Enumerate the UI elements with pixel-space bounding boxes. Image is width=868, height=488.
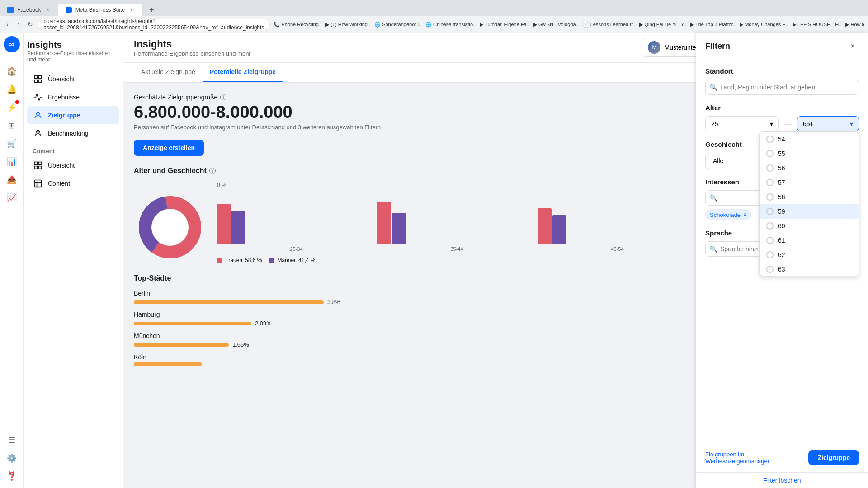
create-ad-button[interactable]: Anzeige erstellen <box>134 140 204 156</box>
table-icon-btn[interactable]: 📊 <box>4 154 20 170</box>
bookmark-working[interactable]: ▶ (1) How Working... <box>326 22 372 28</box>
svg-rect-3 <box>39 80 42 83</box>
bar-label-25-34: 25-34 <box>217 246 376 252</box>
sidebar-bottom-icons: ⊟ <box>4 465 20 481</box>
dropdown-item-55[interactable]: 55 <box>760 146 859 161</box>
new-tab-button[interactable]: + <box>142 4 161 16</box>
nav-content-ubersicht[interactable]: Übersicht <box>27 156 119 174</box>
nav-benchmarking[interactable]: Benchmarking <box>27 124 119 142</box>
bookmark-gmsn[interactable]: ▶ GMSN - Vologda... <box>533 22 580 28</box>
header-left: Insights Performance-Ergebnisse einsehen… <box>134 38 251 57</box>
notification-icon-btn[interactable]: 🔔 <box>4 81 20 98</box>
dropdown-item-60[interactable]: 60 <box>760 219 859 233</box>
send-icon-btn[interactable]: 📤 <box>4 172 20 188</box>
dropdown-item-62[interactable]: 62 <box>760 248 859 262</box>
icon-sidebar: ∞ 🏠 🔔 ⚡ ⊞ 🛒 📊 📤 📈 ☰ ⚙️ ❓ <box>0 33 24 488</box>
city-pct-hamburg: 2.09% <box>255 320 272 327</box>
age-min-chevron: ▾ <box>770 120 773 127</box>
sprache-search-icon: 🔍 <box>710 245 717 253</box>
settings-icon-btn[interactable]: ⚙️ <box>4 450 20 466</box>
tab-potenzielle-label: Potentielle Zielgruppe <box>210 68 276 75</box>
grid-icon-btn[interactable]: ⊞ <box>4 117 20 134</box>
age-min-value: 25 <box>711 120 718 127</box>
bar-male-25-34 <box>231 211 245 244</box>
tab-close-meta[interactable]: × <box>128 7 135 13</box>
nav-ergebnisse[interactable]: Ergebnisse <box>27 88 119 106</box>
nav-ubersicht-label: Übersicht <box>48 75 75 83</box>
bar-group-45-54 <box>538 208 697 244</box>
url-bar[interactable]: business.facebook.com/latest/insights/pe… <box>38 19 270 30</box>
home-icon-btn[interactable]: 🏠 <box>4 63 20 80</box>
bookmark-top3[interactable]: ▶ The Top 3 Platfor... <box>690 22 737 28</box>
dropdown-item-58[interactable]: 58 <box>760 190 859 204</box>
analytics-icon-btn[interactable]: 📈 <box>4 190 20 206</box>
svg-rect-1 <box>39 76 42 79</box>
dropdown-item-61[interactable]: 61 <box>760 233 859 248</box>
tab-potenzielle[interactable]: Potentielle Zielgruppe <box>203 63 283 82</box>
filter-close-button[interactable]: × <box>846 40 859 52</box>
zielgruppe-verband-text: Zielgruppen im Werbeanzeigenmanager <box>705 451 769 465</box>
radio-55 <box>766 150 774 157</box>
svg-rect-2 <box>35 80 38 83</box>
bookmark-lee[interactable]: ▶ LEE'S HOUSE—H... <box>793 22 843 28</box>
bookmark-qing[interactable]: ▶ Qing Fei De Yi - Y... <box>639 22 688 28</box>
bar-male-45-54 <box>552 215 566 244</box>
zielgruppe-apply-button[interactable]: Zielgruppe <box>808 450 859 465</box>
shop-icon-btn[interactable]: 🛒 <box>4 136 20 152</box>
age-max-dropdown[interactable]: 65+ ▾ <box>797 116 859 131</box>
nav-ubersicht[interactable]: Übersicht <box>27 70 119 88</box>
radio-57 <box>766 179 774 186</box>
radio-54 <box>766 136 774 143</box>
legend-manner-pct: 41,4 % <box>298 257 315 263</box>
legend-frauen: Frauen 58,6 % <box>217 257 262 263</box>
svg-rect-8 <box>39 162 42 165</box>
panel-toggle-icon[interactable]: ⊟ <box>4 465 20 481</box>
back-button[interactable]: ‹ <box>4 19 11 30</box>
radio-61 <box>766 237 774 244</box>
standort-input[interactable] <box>705 80 859 95</box>
nav-sidebar: Insights Performance-Ergebnisse einsehen… <box>24 33 123 488</box>
dropdown-label-59: 59 <box>778 208 785 215</box>
tab-aktuelle[interactable]: Aktuelle Zielgruppe <box>134 63 203 82</box>
bookmark-tutorial[interactable]: ▶ Tutorial: Eigene Fa... <box>480 22 531 28</box>
bookmark-phone[interactable]: 📞 Phone Recycling... <box>274 22 323 28</box>
tab-facebook[interactable]: Facebook × <box>0 4 58 16</box>
bookmark-how[interactable]: ▶ How to get more v... <box>845 22 864 28</box>
dropdown-item-54[interactable]: 54 <box>760 132 859 146</box>
filter-alter-section: Alter 25 ▾ — 65+ ▾ <box>705 104 859 131</box>
nav-ergebnisse-label: Ergebnisse <box>48 94 80 101</box>
interest-tag-close[interactable]: × <box>743 211 747 218</box>
bar-female-25-34 <box>217 204 231 244</box>
tab-meta-business[interactable]: Meta Business Suite × <box>58 4 142 16</box>
menu-icon-btn[interactable]: ☰ <box>4 432 20 448</box>
nav-zielgruppe[interactable]: Zielgruppe <box>27 106 119 124</box>
zielgruppe-verband-link[interactable]: Zielgruppen im Werbeanzeigenmanager <box>705 451 808 465</box>
nav-content[interactable]: Content <box>27 174 119 192</box>
dropdown-item-63[interactable]: 63 <box>760 262 859 276</box>
bookmark-sonder[interactable]: 🌐 Sonderangebot l... <box>374 22 423 28</box>
alert-icon-btn[interactable]: ⚡ <box>4 99 20 116</box>
forward-button[interactable]: › <box>15 19 23 30</box>
url-text: business.facebook.com/latest/insights/pe… <box>43 18 264 31</box>
tab-close-facebook[interactable]: × <box>45 7 51 13</box>
tab-bar: Facebook × Meta Business Suite × + <box>0 0 868 16</box>
content-ubersicht-icon <box>33 160 43 171</box>
bookmark-lessons[interactable]: 📄 Lessons Learned fr... <box>583 22 637 28</box>
dropdown-item-56[interactable]: 56 <box>760 161 859 175</box>
reload-button[interactable]: ↻ <box>26 19 34 30</box>
dropdown-item-57[interactable]: 57 <box>760 175 859 190</box>
city-bar-munchen <box>134 343 229 347</box>
bookmarks-bar: 📞 Phone Recycling... ▶ (1) How Working..… <box>274 16 864 33</box>
donut-chart <box>134 191 206 263</box>
bookmark-money[interactable]: ▶ Money Changes E... <box>740 22 790 28</box>
dropdown-item-59[interactable]: 59 <box>760 204 859 219</box>
age-min-dropdown[interactable]: 25 ▾ <box>705 116 779 131</box>
info-icon: i <box>220 94 226 100</box>
bar-label-35-44: 35-44 <box>377 246 536 252</box>
age-max-dropdown-wrap: 65+ ▾ 54 55 <box>797 116 859 131</box>
filter-reset-link[interactable]: Filter löschen <box>763 477 801 484</box>
filter-footer: Zielgruppen im Werbeanzeigenmanager Ziel… <box>696 443 868 472</box>
zielgruppe-icon <box>33 110 43 121</box>
svg-point-16 <box>152 209 188 245</box>
bookmark-chinese[interactable]: 🌐 Chinese translatio... <box>425 22 477 28</box>
